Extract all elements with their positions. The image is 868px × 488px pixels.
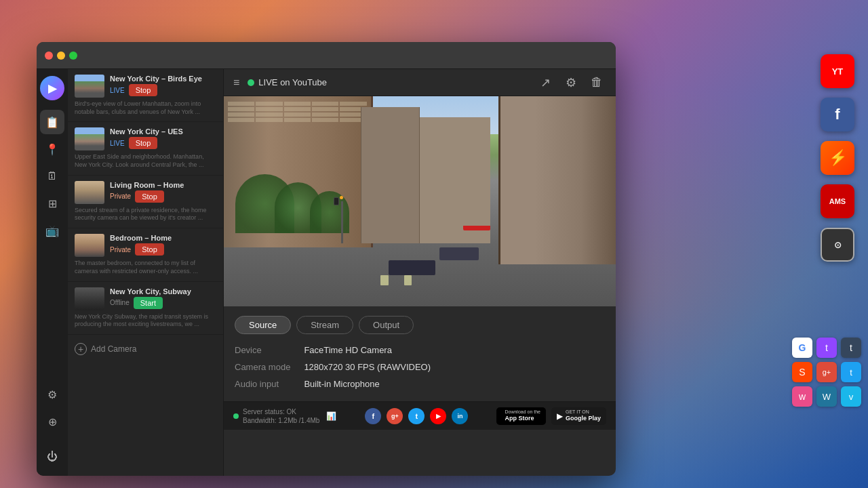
add-circle-icon: + (75, 343, 87, 355)
camera-name-3: Living Room – Home (110, 181, 216, 189)
google-play-icon: ▶ (557, 411, 563, 421)
camera-stop-btn-3[interactable]: Stop (135, 190, 164, 203)
sidebar-item-add[interactable]: ⊕ (40, 409, 64, 434)
sidebar-item-location[interactable]: 📍 (40, 137, 64, 161)
social-links: f g+ t ▶ in (336, 408, 496, 424)
mini-reddit-icon[interactable]: S (792, 362, 812, 382)
app-store-sub: Download on the (505, 409, 540, 415)
dock-ams-icon[interactable]: AMS (821, 184, 854, 218)
app-logo[interactable]: ▶ (40, 76, 64, 100)
schedule-icon: 🗓 (47, 170, 58, 182)
sidebar-item-schedule[interactable]: 🗓 (40, 164, 64, 188)
mini-wordpress-icon[interactable]: W (816, 386, 837, 407)
sidebar-item-power[interactable]: ⏻ (40, 445, 64, 469)
camera-start-btn-5[interactable]: Start (134, 297, 163, 309)
streams-icon: 📋 (45, 116, 59, 129)
mini-wp-icon[interactable]: w (792, 386, 812, 407)
sidebar: ▶ 📋 📍 🗓 ⊞ 📺 ⚙ ⊕ (37, 69, 68, 476)
right-panel: ≡ LIVE on YouTube ↗ ⚙ 🗑 (224, 69, 616, 476)
tab-source[interactable]: Source (235, 316, 291, 334)
minimize-button[interactable] (57, 52, 65, 60)
right-dock: YT f ⚡ AMS ⊙ (821, 54, 854, 262)
camera-desc-4: The master bedroom, connected to my list… (75, 260, 216, 275)
sidebar-item-settings[interactable]: ⚙ (40, 382, 64, 407)
camera-name-4: Bedroom – Home (110, 234, 216, 242)
footer: Server status: OK Bandwidth: 1.2Mb /1.4M… (224, 401, 616, 430)
camera-desc-2: Upper East Side and neighborhood. Manhat… (75, 153, 216, 169)
camera-thumb-1 (75, 75, 104, 98)
delete-button[interactable]: 🗑 (587, 73, 606, 92)
sidebar-item-streams[interactable]: 📋 (40, 110, 64, 134)
camera-desc-3: Secured stream of a private residence, t… (75, 207, 216, 222)
status-text: Server status: OK Bandwidth: 1.2Mb /1.4M… (243, 407, 319, 425)
app-store-label: App Store (505, 415, 540, 422)
gear-icon: ⚙ (566, 75, 576, 90)
store-buttons: Download on the App Store ▶ GET IT ON Go… (496, 407, 606, 425)
sidebar-item-grid[interactable]: ⊞ (40, 191, 64, 216)
social-twitter-button[interactable]: t (408, 408, 425, 424)
grid-icon: ⊞ (48, 197, 57, 210)
maximize-button[interactable] (69, 52, 77, 60)
settings-button[interactable]: ⚙ (561, 73, 580, 92)
add-icon: ⊕ (48, 415, 57, 428)
trash-icon: 🗑 (591, 75, 603, 89)
camera-desc-1: Bird's-eye view of Lower Manhattan, zoom… (75, 100, 216, 116)
dock-facebook-icon[interactable]: f (821, 98, 854, 131)
dock-flash-icon[interactable]: ⚡ (821, 141, 854, 175)
camera-item-3[interactable]: Living Room – Home Private Stop Secured … (68, 176, 223, 228)
camera-item-4[interactable]: Bedroom – Home Private Stop The master b… (68, 228, 223, 281)
camera-stop-btn-2[interactable]: Stop (129, 137, 158, 149)
mini-twitter-icon[interactable]: t (841, 362, 861, 382)
camera-stop-btn-4[interactable]: Stop (135, 243, 164, 256)
top-bar: ≡ LIVE on YouTube ↗ ⚙ 🗑 (224, 69, 616, 96)
bandwidth-icon: 📊 (326, 411, 336, 421)
bandwidth-text: Bandwidth: 1.2Mb /1.4Mb (243, 416, 319, 425)
share-button[interactable]: ↗ (536, 73, 555, 92)
audio-input-value: Built-in Microphone (304, 379, 605, 389)
camera-mode-value: 868x488 30 FPS (RAWVIDEO) (304, 362, 605, 372)
camera-status-4: Private (110, 246, 131, 253)
tab-output[interactable]: Output (359, 316, 414, 334)
app-store-button[interactable]: Download on the App Store (496, 407, 546, 425)
add-camera-button[interactable]: + Add Camera (68, 335, 223, 363)
google-play-button[interactable]: ▶ GET IT ON Google Play (551, 407, 606, 425)
social-youtube-button[interactable]: ▶ (430, 408, 446, 424)
social-facebook-button[interactable]: f (365, 408, 381, 424)
mini-vimeo-icon[interactable]: v (841, 386, 861, 407)
camera-item-2[interactable]: New York City – UES LIVE Stop Upper East… (68, 122, 223, 175)
camera-list: New York City – Birds Eye LIVE Stop Bird… (68, 69, 224, 476)
dock-youtube-icon[interactable]: YT (821, 54, 854, 88)
tab-row: Source Stream Output (235, 316, 605, 334)
camera-thumb-3 (75, 181, 104, 204)
camera-item-5[interactable]: New York City, Subway Offline Start New … (68, 282, 223, 335)
mini-twitch-icon[interactable]: t (816, 338, 837, 358)
mini-google-icon[interactable]: G (792, 338, 812, 358)
device-value: FaceTime HD Camera (304, 345, 605, 355)
google-play-sub: GET IT ON (566, 409, 601, 415)
social-linkedin-button[interactable]: in (452, 408, 468, 424)
audio-input-label: Audio input (235, 379, 290, 389)
live-indicator: LIVE on YouTube (248, 77, 327, 87)
camera-name-2: New York City – UES (110, 127, 216, 136)
camera-thumb-4 (75, 234, 104, 257)
camera-stop-btn-1[interactable]: Stop (129, 84, 158, 96)
mini-tumblr-icon[interactable]: t (841, 338, 861, 358)
tab-stream[interactable]: Stream (296, 316, 353, 334)
camera-item-1[interactable]: New York City – Birds Eye LIVE Stop Bird… (68, 69, 223, 122)
title-bar (37, 42, 616, 69)
video-preview (224, 96, 616, 306)
camera-status-2: LIVE (110, 140, 125, 147)
status-ok-text: Server status: OK (243, 407, 319, 416)
dock-s5-icon[interactable]: ⊙ (821, 228, 854, 262)
device-label: Device (235, 345, 290, 355)
location-icon: 📍 (45, 143, 59, 156)
sidebar-item-media[interactable]: 📺 (40, 218, 64, 243)
menu-icon[interactable]: ≡ (233, 77, 239, 89)
close-button[interactable] (45, 52, 53, 60)
social-google-button[interactable]: g+ (387, 408, 403, 424)
mini-gplus-icon[interactable]: g+ (816, 362, 837, 382)
camera-name-1: New York City – Birds Eye (110, 75, 216, 83)
camera-status-3: Private (110, 192, 131, 200)
live-dot (248, 79, 254, 86)
camera-mode-label: Camera mode (235, 362, 290, 372)
